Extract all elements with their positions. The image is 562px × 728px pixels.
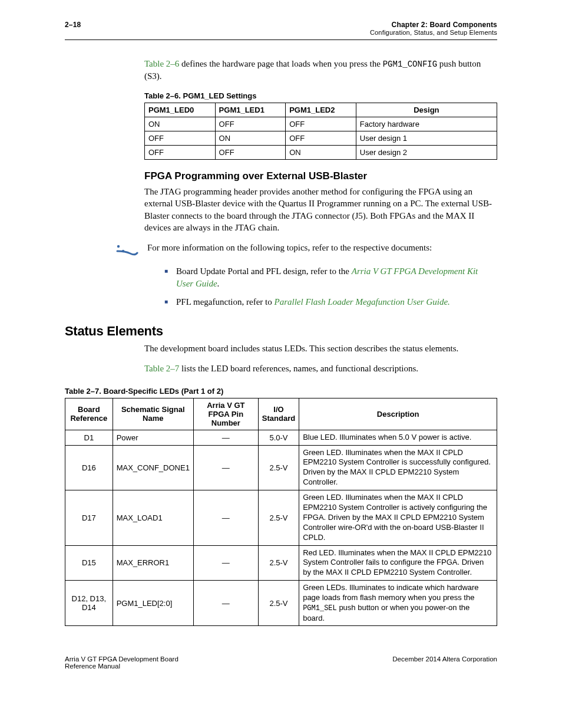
table26-caption: Table 2–6. PGM1_LED Settings [144,91,497,100]
table27-caption: Table 2–7. Board-Specific LEDs (Part 1 o… [65,387,497,396]
intro-paragraph: Table 2–6 defines the hardware page that… [144,58,497,82]
bullet-pre: Board Update Portal and PFL design, refe… [176,266,352,276]
table-row: OFF ON OFF User design 1 [145,131,497,146]
td: Green LEDs. Illuminates to indicate whic… [299,581,497,626]
td: ON [215,131,286,146]
td: 2.5-V [258,490,299,545]
td: D12, D13, D14 [65,581,113,626]
table-row: ON OFF OFF Factory hardware [145,117,497,131]
td: OFF [286,131,356,146]
table-ref-link[interactable]: Table 2–7 [144,364,179,373]
intro-code: PGM1_CONFIG [383,60,437,69]
th: PGM1_LED1 [215,103,286,117]
table-row: D16 MAX_CONF_DONE1 — 2.5-V Green LED. Il… [65,445,497,490]
td: Power [113,430,193,445]
td: OFF [145,146,216,160]
section-title: Configuration, Status, and Setup Element… [370,29,497,36]
header-rule [65,39,497,40]
page-footer: Arria V GT FPGA Development Board Refere… [65,655,497,670]
info-icon [115,243,138,259]
doc-link[interactable]: Parallel Flash Loader Megafunction User … [274,297,449,307]
info-callout: For more information on the following to… [65,242,497,259]
td: D15 [65,545,113,581]
td: — [193,581,258,626]
table-27: Board Reference Schematic Signal Name Ar… [65,398,497,627]
td: D16 [65,445,113,490]
table-ref-link[interactable]: Table 2–6 [144,59,179,68]
page-container: 2–18 Chapter 2: Board Components Configu… [0,0,562,687]
status-heading: Status Elements [65,324,497,339]
list-item: Board Update Portal and PFL design, refe… [164,265,497,290]
th: Description [299,398,497,430]
td: MAX_ERROR1 [113,545,193,581]
td: 2.5-V [258,545,299,581]
bullet-list: Board Update Portal and PFL design, refe… [164,265,497,308]
th: I/O Standard [258,398,299,430]
table-row: D12, D13, D14 PGM1_LED[2:0] — 2.5-V Gree… [65,581,497,626]
bullet-pre: PFL megafunction, refer to [176,297,274,307]
table-row: D1 Power — 5.0-V Blue LED. Illuminates w… [65,430,497,445]
td: User design 2 [356,146,497,160]
td: Green LED. Illuminates when the MAX II C… [299,490,497,545]
th: Arria V GT FPGA Pin Number [193,398,258,430]
header-titles: Chapter 2: Board Components Configuratio… [370,21,497,36]
td: Red LED. Illuminates when the MAX II CPL… [299,545,497,581]
status-p2-rest: lists the LED board references, names, a… [179,364,418,373]
td: — [193,430,258,445]
svg-point-0 [117,245,120,248]
desc-code: PGM1_SEL [303,604,337,612]
td: MAX_LOAD1 [113,490,193,545]
th: PGM1_LED0 [145,103,216,117]
td: OFF [215,146,286,160]
td: — [193,545,258,581]
table-row: D17 MAX_LOAD1 — 2.5-V Green LED. Illumin… [65,490,497,545]
table-header-row: PGM1_LED0 PGM1_LED1 PGM1_LED2 Design [145,103,497,117]
td: 5.0-V [258,430,299,445]
td: MAX_CONF_DONE1 [113,445,193,490]
footer-left: Arria V GT FPGA Development Board Refere… [65,655,178,670]
desc-pre: Green LEDs. Illuminates to indicate whic… [303,583,478,602]
table-row: D15 MAX_ERROR1 — 2.5-V Red LED. Illumina… [65,545,497,581]
td: Blue LED. Illuminates when 5.0 V power i… [299,430,497,445]
td: 2.5-V [258,581,299,626]
th: Board Reference [65,398,113,430]
fpga-text: The JTAG programming header provides ano… [144,186,497,233]
intro-text-1: defines the hardware page that loads whe… [179,59,382,68]
page-number: 2–18 [65,21,81,29]
td: — [193,490,258,545]
status-p1: The development board includes status LE… [144,342,497,354]
td: 2.5-V [258,445,299,490]
td: ON [145,117,216,131]
table-26: PGM1_LED0 PGM1_LED1 PGM1_LED2 Design ON … [144,103,497,160]
list-item: PFL megafunction, refer to Parallel Flas… [164,296,497,308]
status-paragraphs: The development board includes status LE… [144,342,497,375]
page-header: 2–18 Chapter 2: Board Components Configu… [65,21,497,36]
info-text: For more information on the following to… [147,242,497,253]
td: D1 [65,430,113,445]
td: OFF [286,117,356,131]
footer-doc-title: Arria V GT FPGA Development Board [65,655,178,663]
fpga-paragraph: The JTAG programming header provides ano… [144,186,497,233]
td: — [193,445,258,490]
td: Factory hardware [356,117,497,131]
table-header-row: Board Reference Schematic Signal Name Ar… [65,398,497,430]
footer-doc-subtitle: Reference Manual [65,663,120,670]
fpga-heading: FPGA Programming over External USB-Blast… [144,170,497,182]
td: OFF [145,131,216,146]
chapter-title: Chapter 2: Board Components [370,21,497,29]
th: Schematic Signal Name [113,398,193,430]
table-row: OFF OFF ON User design 2 [145,146,497,160]
td: OFF [215,117,286,131]
bullet-post: . [217,279,220,288]
footer-right: December 2014 Altera Corporation [392,655,497,670]
td: User design 1 [356,131,497,146]
td: Green LED. Illuminates when the MAX II C… [299,445,497,490]
th: PGM1_LED2 [286,103,356,117]
th: Design [356,103,497,117]
td: ON [286,146,356,160]
td: D17 [65,490,113,545]
td: PGM1_LED[2:0] [113,581,193,626]
